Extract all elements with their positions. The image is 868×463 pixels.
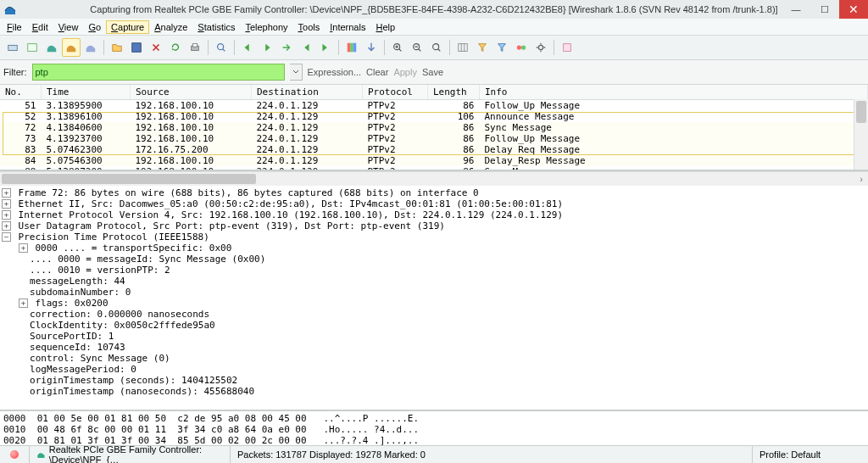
- expand-icon[interactable]: +: [2, 210, 11, 220]
- go-last-button[interactable]: [316, 38, 335, 57]
- detail-line[interactable]: messageLength: 44: [2, 276, 866, 287]
- detail-line[interactable]: subdomainNumber: 0: [2, 287, 866, 298]
- capture-filters-button[interactable]: [473, 38, 492, 57]
- filter-expression-link[interactable]: Expression...: [308, 67, 362, 77]
- detail-line[interactable]: SourcePortID: 1: [2, 331, 866, 342]
- print-button[interactable]: [186, 38, 204, 57]
- expand-icon[interactable]: +: [19, 298, 28, 308]
- menu-capture[interactable]: Capture: [106, 20, 149, 34]
- save-button[interactable]: [127, 38, 146, 57]
- detail-line[interactable]: + Frame 72: 86 bytes on wire (688 bits),…: [2, 187, 866, 198]
- detail-line[interactable]: + User Datagram Protocol, Src Port: ptp-…: [2, 220, 866, 232]
- bytes-line[interactable]: 0010 00 48 6f 8c 00 00 01 11 3f 34 c0 a8…: [3, 424, 865, 435]
- status-profile[interactable]: Profile: Default: [760, 449, 821, 460]
- menu-internals[interactable]: Internals: [325, 20, 370, 34]
- expand-icon[interactable]: +: [2, 188, 11, 198]
- close-file-button[interactable]: [147, 38, 165, 57]
- packet-list-pane[interactable]: No.TimeSourceDestinationProtocolLengthIn…: [0, 85, 868, 171]
- expand-icon[interactable]: +: [19, 243, 28, 253]
- detail-line[interactable]: + Internet Protocol Version 4, Src: 192.…: [2, 209, 866, 220]
- detail-line[interactable]: sequenceId: 10743: [2, 342, 866, 353]
- menu-telephony[interactable]: Telephony: [240, 20, 292, 34]
- zoom-out-button[interactable]: [408, 38, 426, 57]
- display-filters-button[interactable]: [492, 38, 511, 57]
- detail-line[interactable]: control: Sync Message (0): [2, 353, 866, 364]
- packet-row[interactable]: 845.07546300192.168.100.10224.0.1.129PTP…: [0, 155, 868, 166]
- expand-icon[interactable]: +: [2, 221, 11, 231]
- menu-tools[interactable]: Tools: [293, 20, 326, 34]
- filter-dropdown[interactable]: [290, 64, 303, 81]
- options-button[interactable]: [23, 38, 42, 57]
- detail-line[interactable]: ClockIdentity: 0x0050c2fffede95a0: [2, 320, 866, 331]
- column-time[interactable]: Time: [42, 85, 131, 100]
- svg-rect-8: [353, 43, 357, 53]
- svg-rect-2: [132, 43, 142, 53]
- detail-line[interactable]: − Precision Time Protocol (IEEE1588): [2, 232, 866, 243]
- menu-edit[interactable]: Edit: [27, 20, 53, 34]
- detail-line[interactable]: + 0000 .... = transportSpecific: 0x00: [2, 243, 866, 254]
- column-protocol[interactable]: Protocol: [363, 85, 428, 100]
- expand-icon[interactable]: +: [2, 199, 11, 209]
- packet-row[interactable]: 835.07462300172.16.75.200224.0.1.129PTPv…: [0, 144, 868, 155]
- menu-analyze[interactable]: Analyze: [149, 20, 192, 34]
- close-button[interactable]: ✕: [839, 0, 868, 19]
- coloring-rules-button[interactable]: [512, 38, 531, 57]
- stop-button[interactable]: [62, 38, 81, 57]
- scroll-right-icon[interactable]: ›: [854, 172, 868, 186]
- detail-line[interactable]: .... 0010 = versionPTP: 2: [2, 265, 866, 276]
- reload-button[interactable]: [166, 38, 185, 57]
- filter-save-link[interactable]: Save: [422, 67, 443, 77]
- zoom-100-button[interactable]: [427, 38, 446, 57]
- svg-rect-7: [350, 43, 353, 53]
- go-forward-button[interactable]: [258, 38, 276, 57]
- detail-line[interactable]: originTimestamp (seconds): 1404125502: [2, 375, 866, 386]
- colorize-button[interactable]: [342, 38, 361, 57]
- column-info[interactable]: Info: [480, 85, 868, 100]
- packet-list-header[interactable]: No.TimeSourceDestinationProtocolLengthIn…: [0, 85, 868, 100]
- start-button[interactable]: [42, 38, 61, 57]
- filter-input[interactable]: ptp: [32, 64, 285, 81]
- column-source[interactable]: Source: [131, 85, 252, 100]
- packet-row[interactable]: 513.13895900192.168.100.10224.0.1.129PTP…: [0, 100, 868, 112]
- packet-details-pane[interactable]: + Frame 72: 86 bytes on wire (688 bits),…: [0, 186, 868, 411]
- filter-clear-link[interactable]: Clear: [366, 67, 388, 77]
- detail-line[interactable]: + flags: 0x0200: [2, 298, 866, 309]
- packet-list-scrollbar[interactable]: [854, 99, 868, 170]
- find-button[interactable]: [212, 38, 231, 57]
- detail-line[interactable]: correction: 0.000000 nanoseconds: [2, 309, 866, 320]
- open-button[interactable]: [108, 38, 126, 57]
- packet-row[interactable]: 724.13840600192.168.100.10224.0.1.129PTP…: [0, 122, 868, 133]
- packet-row[interactable]: 734.13923700192.168.100.10224.0.1.129PTP…: [0, 133, 868, 144]
- go-first-button[interactable]: [297, 38, 315, 57]
- maximize-button[interactable]: ☐: [810, 0, 839, 19]
- detail-line[interactable]: originTimestamp (nanoseconds): 455688040: [2, 386, 866, 397]
- bytes-line[interactable]: 0000 01 00 5e 00 01 81 00 50 c2 de 95 a0…: [3, 413, 865, 424]
- packet-row[interactable]: 523.13896100192.168.100.10224.0.1.129PTP…: [0, 111, 868, 122]
- go-to-button[interactable]: [277, 38, 296, 57]
- menu-statistics[interactable]: Statistics: [192, 20, 240, 34]
- menu-help[interactable]: Help: [370, 20, 400, 34]
- packet-list-hscrollbar[interactable]: ‹ ›: [0, 171, 868, 186]
- detail-line[interactable]: + Ethernet II, Src: Dacomwes_05:a0 (00:5…: [2, 198, 866, 209]
- restart-button[interactable]: [81, 38, 100, 57]
- expert-info-button[interactable]: [0, 446, 30, 463]
- minimize-button[interactable]: —: [782, 0, 810, 19]
- help-button[interactable]: [558, 38, 576, 57]
- resize-columns-button[interactable]: [453, 38, 472, 57]
- column-length[interactable]: Length: [428, 85, 480, 100]
- collapse-icon[interactable]: −: [2, 232, 11, 242]
- column-destination[interactable]: Destination: [252, 85, 363, 100]
- detail-line[interactable]: .... 0000 = messageId: Sync Message (0x0…: [2, 254, 866, 265]
- menu-view[interactable]: View: [53, 20, 84, 34]
- detail-line[interactable]: logMessagePeriod: 0: [2, 364, 866, 375]
- go-back-button[interactable]: [238, 38, 257, 57]
- menu-file[interactable]: File: [2, 20, 27, 34]
- column-no[interactable]: No.: [0, 85, 42, 100]
- auto-scroll-button[interactable]: [362, 38, 381, 57]
- menu-go[interactable]: Go: [83, 20, 106, 34]
- title-bar: Capturing from Realtek PCIe GBE Family C…: [0, 0, 868, 19]
- preferences-button[interactable]: [531, 38, 550, 57]
- zoom-in-button[interactable]: [388, 38, 407, 57]
- filter-apply-link[interactable]: Apply: [393, 67, 417, 77]
- interfaces-button[interactable]: [3, 38, 22, 57]
